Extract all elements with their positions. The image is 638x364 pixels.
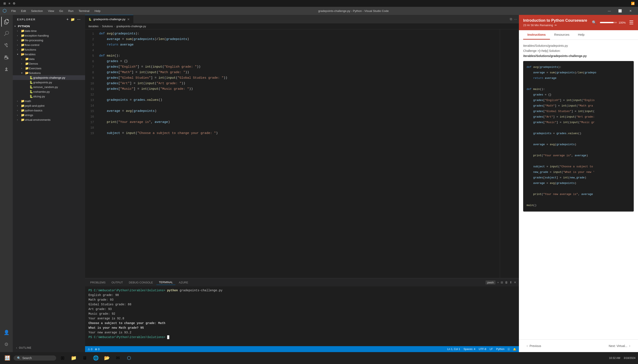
- tab-close-icon[interactable]: ✕: [127, 18, 130, 21]
- taskbar-search[interactable]: 🔍 Search: [14, 356, 56, 360]
- taskbar-browser-icon[interactable]: 🌐: [91, 353, 100, 363]
- taskbar-mail-icon[interactable]: ✉: [113, 353, 122, 363]
- courseware-nav-instructions[interactable]: Instructions: [523, 30, 550, 40]
- sidebar-item-solutions[interactable]: ▾ 📂 Solutions: [13, 70, 85, 75]
- courseware-footer: ‹ Previous Next: Virtual... ›: [519, 339, 638, 352]
- status-bell-icon[interactable]: 🔔: [513, 348, 516, 351]
- menu-file[interactable]: File: [9, 8, 18, 14]
- menu-go[interactable]: Go: [57, 8, 65, 14]
- terminal-trash-icon[interactable]: 🗑: [505, 281, 508, 284]
- breadcrumb-current[interactable]: gradepoints-challenge.py: [116, 25, 146, 28]
- previous-button[interactable]: ‹ Previous: [523, 342, 544, 350]
- activity-explorer[interactable]: [1, 16, 12, 27]
- terminal-line-prompt: PS C:\Webucator\Python\iterables\Solutio…: [88, 335, 516, 340]
- status-line-ending[interactable]: LF: [490, 348, 493, 350]
- courseware-path-label: iterables/Solutions/gradepoints.py: [523, 44, 634, 48]
- menu-terminal[interactable]: Terminal: [76, 8, 92, 14]
- courseware-nav-help[interactable]: Help: [574, 30, 589, 40]
- taskbar-explorer-icon[interactable]: 📁: [69, 353, 78, 363]
- minimize-button[interactable]: —: [604, 7, 614, 15]
- activity-settings[interactable]: ⚙: [1, 339, 12, 350]
- sidebar-item-functions[interactable]: › 📁 functions: [13, 47, 85, 52]
- sidebar-item-data[interactable]: › 📁 data: [13, 56, 85, 61]
- terminal-split-icon[interactable]: ⊞: [500, 281, 503, 284]
- terminal-tab-output[interactable]: OUTPUT: [109, 280, 125, 285]
- menu-view[interactable]: View: [46, 8, 56, 14]
- taskbar-task-view[interactable]: ⊞: [58, 353, 67, 363]
- sidebar-item-gradepoints[interactable]: 🐍 gradepoints.py: [13, 80, 85, 84]
- terminal-new-icon[interactable]: +: [497, 281, 499, 284]
- sidebar-item-strings[interactable]: › 📁 strings: [13, 113, 85, 117]
- sidebar: Explorer + 📁 ⋯ ▾ PYTHON › 📁 date-time: [13, 15, 85, 352]
- more-actions-icon[interactable]: ⋯: [514, 17, 517, 21]
- terminal-close-icon[interactable]: ✕: [514, 281, 516, 284]
- sidebar-item-python[interactable]: ▾ PYTHON: [13, 24, 85, 28]
- terminal-maximize-icon[interactable]: ⬆: [510, 281, 512, 284]
- courseware-menu-icon[interactable]: ☰: [629, 20, 634, 26]
- menu-help[interactable]: Help: [92, 8, 102, 14]
- sidebar-item-date-time[interactable]: › 📁 date-time: [13, 28, 85, 33]
- courseware-search-icon[interactable]: 🔍: [592, 20, 596, 25]
- activity-run-debug[interactable]: [1, 64, 12, 74]
- maximize-button[interactable]: ⬜: [615, 7, 625, 15]
- minimap: [500, 29, 519, 278]
- status-encoding[interactable]: UTF-8: [479, 348, 486, 350]
- breadcrumb-solutions[interactable]: Solutions: [102, 25, 113, 28]
- sidebar-item-roshambo[interactable]: 🐍 roshambo.py: [13, 89, 85, 94]
- terminal-tab-problems[interactable]: PROBLEMS: [88, 280, 108, 285]
- start-button[interactable]: 🪟: [2, 353, 12, 363]
- status-spaces[interactable]: Spaces: 4: [464, 348, 475, 350]
- sidebar-item-demos[interactable]: › 📁 Demos: [13, 61, 85, 66]
- sidebar-item-flow-control[interactable]: › 📁 flow-control: [13, 42, 85, 47]
- menu-bar: ⬡ File Edit Selection View Go Run Termin…: [0, 7, 638, 15]
- sidebar-item-pep8[interactable]: › 📁 pep8-and-pylint: [13, 103, 85, 108]
- status-errors[interactable]: ⚠ 0: [88, 348, 92, 351]
- menu-run[interactable]: Run: [66, 8, 76, 14]
- terminal-content[interactable]: PS C:\Webucator\Python\iterables\Solutio…: [85, 286, 519, 346]
- status-language[interactable]: Python: [496, 348, 504, 350]
- terminal-tab-debug-console[interactable]: DEBUG CONSOLE: [126, 280, 156, 285]
- courseware-panel: Introduction to Python Courseware 23 Hr …: [519, 15, 638, 352]
- tab-python-icon: 🐍: [88, 18, 92, 21]
- terminal-tab-azure[interactable]: AZURE: [176, 280, 191, 285]
- outline-section[interactable]: › OUTLINE: [13, 344, 85, 352]
- courseware-nav-resources[interactable]: Resources: [550, 30, 574, 40]
- tab-gradepoints-challenge[interactable]: 🐍 gradepoints-challenge.py ✕: [85, 15, 133, 24]
- sidebar-more-icon[interactable]: ⋯: [77, 18, 81, 22]
- breadcrumb-iterables[interactable]: iterables: [88, 25, 98, 28]
- menu-edit[interactable]: Edit: [19, 8, 28, 14]
- status-ln-col[interactable]: Ln 1, Col 1: [447, 348, 460, 350]
- activity-search[interactable]: [1, 28, 12, 39]
- activity-accounts[interactable]: 👤: [1, 328, 12, 338]
- menu-selection[interactable]: Selection: [29, 8, 45, 14]
- status-bar: ⚠ 0 ⊗ 0 Ln 1, Col 1 Spaces: 4 UTF-8 LF P…: [85, 346, 519, 352]
- status-warnings[interactable]: ⊗ 0: [95, 348, 99, 351]
- sidebar-item-math[interactable]: › 📁 math: [13, 99, 85, 103]
- sidebar-new-folder-icon[interactable]: 📁: [70, 18, 75, 22]
- terminal-tab-terminal[interactable]: TERMINAL: [156, 280, 176, 285]
- code-content[interactable]: def avg(gradepoints): average = sum(grad…: [96, 29, 500, 278]
- taskbar-files-icon[interactable]: 📂: [102, 353, 112, 363]
- sidebar-item-gradepoints-challenge[interactable]: 🐍 gradepoints-challenge.py: [13, 75, 85, 80]
- sidebar-item-remove-random[interactable]: 🐍 remove_random.py: [13, 84, 85, 89]
- edit-time-icon[interactable]: ✏: [555, 24, 557, 27]
- previous-arrow-icon: ‹: [526, 344, 528, 348]
- sidebar-new-file-icon[interactable]: +: [66, 18, 69, 22]
- sidebar-item-python-basics[interactable]: › 📁 python-basics: [13, 108, 85, 113]
- sidebar-item-file-processing[interactable]: › 📁 file-processing: [13, 38, 85, 42]
- challenge-label: Challenge >[+help] Solution:: [523, 49, 634, 52]
- split-editor-icon[interactable]: ⧉: [510, 17, 512, 21]
- sidebar-item-virtual-environments[interactable]: › 📁 virtual-environments: [13, 117, 85, 122]
- code-editor[interactable]: 1234 5678 9101112 13141516 171819 def av…: [85, 29, 519, 278]
- sidebar-item-exercises[interactable]: › 📁 Exercises: [13, 66, 85, 70]
- close-button[interactable]: ✕: [626, 7, 636, 15]
- sidebar-item-slicing[interactable]: 🐍 slicing.py: [13, 94, 85, 99]
- taskbar-terminal-icon[interactable]: 🖥: [80, 353, 89, 363]
- activity-source-control[interactable]: [1, 40, 12, 50]
- activity-extensions[interactable]: [1, 52, 12, 62]
- sidebar-item-exception-handling[interactable]: › 📁 exception-handling: [13, 33, 85, 38]
- sidebar-item-iterables[interactable]: ▾ 📂 iterables: [13, 52, 85, 56]
- next-button[interactable]: Next: Virtual... ›: [605, 342, 634, 350]
- taskbar-vscode-icon[interactable]: ⬡: [124, 353, 134, 363]
- status-icon1[interactable]: ⍇: [508, 348, 510, 350]
